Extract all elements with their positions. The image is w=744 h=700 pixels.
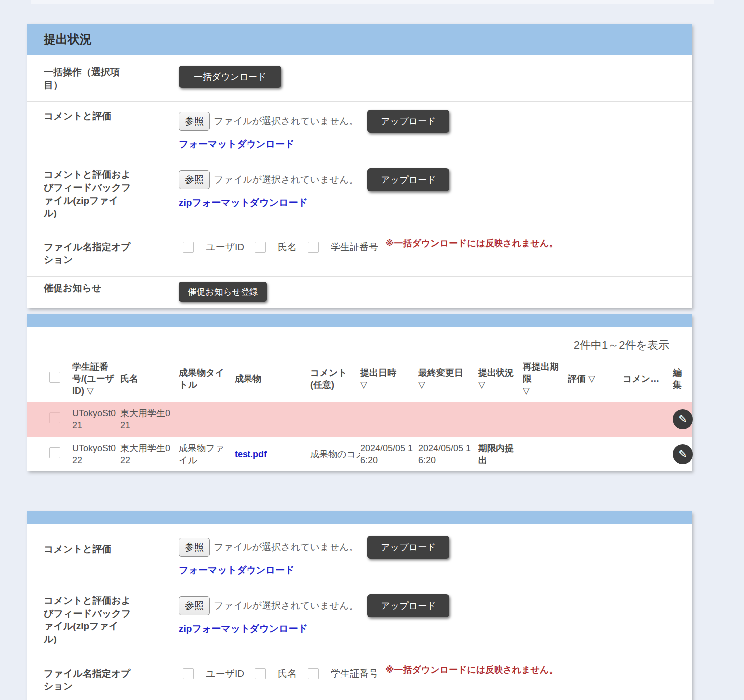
cell-submitted: 2024/05/05 16:20 bbox=[360, 442, 418, 467]
bulk-download-note: ※一括ダウンロードには反映されません。 bbox=[385, 664, 558, 676]
table-row: UTokyoSt022 東大用学生022 成果物ファイル test.pdf 成果… bbox=[27, 437, 692, 471]
submission-table-panel: 2件中1～2件を表示 学生証番号/(ユーザID) ▽ 氏名 成果物タイトル 成果… bbox=[27, 314, 692, 471]
sort-icon[interactable]: ▽ bbox=[87, 386, 94, 396]
sort-icon[interactable]: ▽ bbox=[588, 374, 595, 384]
cell-name: 東大用学生022 bbox=[120, 442, 179, 467]
result-count-text: 2件中1～2件を表示 bbox=[27, 327, 692, 356]
no-file-selected-text: ファイルが選択されていません。 bbox=[214, 173, 358, 186]
sort-icon[interactable]: ▽ bbox=[418, 379, 474, 391]
pencil-icon: ✎ bbox=[678, 409, 687, 429]
panel-header-bar bbox=[27, 511, 692, 524]
header-title: 成果物タイトル bbox=[179, 367, 235, 391]
comment-eval-zip-label: コメントと評価およびフィードバックファイル(zipファイル) bbox=[44, 168, 179, 220]
cell-title: 成果物ファイル bbox=[179, 442, 235, 467]
header-comment2: コメン… bbox=[623, 373, 673, 385]
cell-product: test.pdf bbox=[235, 448, 310, 460]
user-id-checkbox-label: ユーザID bbox=[206, 241, 244, 254]
sort-icon[interactable]: ▽ bbox=[360, 379, 414, 391]
filename-option-label: ファイル名指定オプション bbox=[44, 241, 179, 266]
select-all-checkbox[interactable] bbox=[49, 372, 60, 383]
pencil-icon: ✎ bbox=[678, 444, 687, 464]
browse-button[interactable]: 参照 bbox=[179, 538, 210, 557]
browse-button[interactable]: 参照 bbox=[179, 112, 210, 131]
comment-eval-row: コメントと評価 参照 ファイルが選択されていません。 アップロード フォーマット… bbox=[27, 101, 692, 160]
edit-button[interactable]: ✎ bbox=[673, 444, 693, 464]
comment-eval-row: コメントと評価 参照 ファイルが選択されていません。 アップロード フォーマット… bbox=[27, 524, 692, 586]
top-strip bbox=[31, 0, 714, 4]
table-header-row: 学生証番号/(ユーザID) ▽ 氏名 成果物タイトル 成果物 コメント(任意) … bbox=[27, 356, 692, 402]
panel-header-bar bbox=[27, 314, 692, 327]
filename-option-row: ファイル名指定オプション ユーザID 氏名 学生証番号 ※一括ダウ bbox=[27, 229, 692, 276]
user-id-checkbox[interactable] bbox=[183, 668, 194, 679]
header-edit: 編集 bbox=[673, 367, 692, 391]
page: 提出状況 一括操作（選択項目） 一括ダウンロード コメントと評価 参照 ファイル… bbox=[0, 0, 744, 700]
submission-status-panel: 提出状況 一括操作（選択項目） 一括ダウンロード コメントと評価 参照 ファイル… bbox=[27, 24, 692, 308]
upload-button[interactable]: アップロード bbox=[367, 168, 449, 191]
browse-button[interactable]: 参照 bbox=[179, 596, 210, 615]
header-submitted-at[interactable]: 提出日時▽ bbox=[360, 367, 418, 391]
edit-button[interactable]: ✎ bbox=[673, 409, 693, 429]
comment-eval-label: コメントと評価 bbox=[44, 536, 179, 577]
header-name: 氏名 bbox=[120, 373, 179, 385]
filename-option-row: ファイル名指定オプション ユーザID 氏名 学生証番号 ※一括ダウ bbox=[27, 655, 692, 700]
browse-button[interactable]: 参照 bbox=[179, 170, 210, 189]
comment-eval-zip-label: コメントと評価およびフィードバックファイル(zipファイル) bbox=[44, 594, 179, 646]
student-number-checkbox[interactable] bbox=[308, 668, 319, 679]
zip-format-download-link[interactable]: zipフォーマットダウンロード bbox=[179, 622, 308, 635]
comment-eval-zip-row: コメントと評価およびフィードバックファイル(zipファイル) 参照 ファイルが選… bbox=[27, 586, 692, 655]
bulk-operation-label: 一括操作（選択項目） bbox=[44, 66, 179, 91]
no-file-selected-text: ファイルが選択されていません。 bbox=[214, 599, 358, 612]
student-number-checkbox-label: 学生証番号 bbox=[331, 241, 378, 254]
panel-title: 提出状況 bbox=[27, 24, 692, 55]
format-download-link[interactable]: フォーマットダウンロード bbox=[179, 564, 294, 577]
student-number-checkbox-label: 学生証番号 bbox=[331, 667, 378, 680]
name-checkbox-label: 氏名 bbox=[278, 667, 297, 680]
header-resubmit-deadline[interactable]: 再提出期限▽ bbox=[523, 361, 568, 397]
bottom-upload-panel: コメントと評価 参照 ファイルが選択されていません。 アップロード フォーマット… bbox=[27, 511, 692, 700]
no-file-selected-text: ファイルが選択されていません。 bbox=[214, 541, 358, 554]
upload-button[interactable]: アップロード bbox=[367, 110, 449, 133]
upload-button[interactable]: アップロード bbox=[367, 594, 449, 617]
zip-format-download-link[interactable]: zipフォーマットダウンロード bbox=[179, 196, 308, 209]
table-row: UTokyoSt021 東大用学生021 ✎ bbox=[27, 402, 692, 437]
user-id-checkbox-label: ユーザID bbox=[206, 667, 244, 680]
comment-eval-zip-row: コメントと評価およびフィードバックファイル(zipファイル) 参照 ファイルが選… bbox=[27, 160, 692, 229]
name-checkbox-label: 氏名 bbox=[278, 241, 297, 254]
cell-name: 東大用学生021 bbox=[120, 407, 179, 432]
user-id-checkbox[interactable] bbox=[183, 242, 194, 253]
reminder-row: 催促お知らせ 催促お知らせ登録 bbox=[27, 276, 692, 308]
sort-icon[interactable]: ▽ bbox=[523, 385, 564, 397]
no-file-selected-text: ファイルが選択されていません。 bbox=[214, 115, 358, 128]
name-checkbox[interactable] bbox=[255, 242, 266, 253]
header-comment: コメント(任意) bbox=[310, 367, 360, 391]
student-number-checkbox[interactable] bbox=[308, 242, 319, 253]
header-product: 成果物 bbox=[235, 373, 310, 385]
row-checkbox[interactable] bbox=[49, 412, 60, 423]
upload-button[interactable]: アップロード bbox=[367, 536, 449, 559]
reminder-label: 催促お知らせ bbox=[44, 282, 179, 302]
header-student-id[interactable]: 学生証番号/(ユーザID) ▽ bbox=[72, 361, 120, 397]
cell-student-id: UTokyoSt022 bbox=[72, 442, 120, 467]
format-download-link[interactable]: フォーマットダウンロード bbox=[179, 138, 294, 151]
header-modified-at[interactable]: 最終変更日▽ bbox=[418, 367, 478, 391]
cell-modified: 2024/05/05 16:20 bbox=[418, 442, 478, 467]
cell-student-id: UTokyoSt021 bbox=[72, 407, 120, 432]
name-checkbox[interactable] bbox=[255, 668, 266, 679]
header-evaluation[interactable]: 評価 ▽ bbox=[568, 373, 623, 385]
sort-icon[interactable]: ▽ bbox=[478, 379, 519, 391]
row-checkbox[interactable] bbox=[49, 447, 60, 458]
comment-eval-label: コメントと評価 bbox=[44, 110, 179, 151]
header-status[interactable]: 提出状況▽ bbox=[478, 367, 523, 391]
filename-option-label: ファイル名指定オプション bbox=[44, 667, 179, 693]
reminder-register-button[interactable]: 催促お知らせ登録 bbox=[179, 282, 267, 302]
cell-status: 期限内提出 bbox=[478, 442, 523, 467]
bulk-download-button[interactable]: 一括ダウンロード bbox=[179, 66, 281, 88]
bulk-download-note: ※一括ダウンロードには反映されません。 bbox=[385, 237, 558, 249]
bulk-operation-row: 一括操作（選択項目） 一括ダウンロード bbox=[27, 55, 692, 101]
cell-comment: 成果物のコメ… bbox=[310, 448, 360, 460]
submission-file-link[interactable]: test.pdf bbox=[235, 449, 267, 459]
